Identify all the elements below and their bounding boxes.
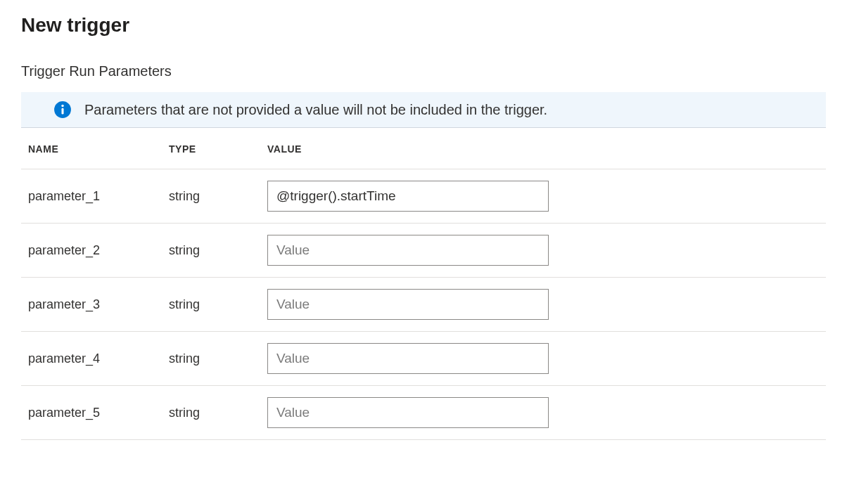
table-row: parameter_5string	[21, 386, 826, 440]
svg-rect-2	[61, 108, 63, 115]
param-value-input[interactable]	[267, 397, 549, 428]
param-value-input[interactable]	[267, 235, 549, 266]
param-name-cell: parameter_5	[21, 386, 162, 440]
param-name-cell: parameter_4	[21, 332, 162, 386]
table-header-row: NAME TYPE VALUE	[21, 128, 826, 169]
param-type-cell: string	[162, 332, 260, 386]
param-type-cell: string	[162, 169, 260, 224]
param-name-cell: parameter_1	[21, 169, 162, 224]
param-name-cell: parameter_2	[21, 224, 162, 278]
section-title: Trigger Run Parameters	[21, 63, 826, 79]
column-header-type: TYPE	[162, 128, 260, 169]
info-banner-text: Parameters that are not provided a value…	[84, 102, 547, 118]
svg-point-1	[61, 105, 63, 107]
param-value-cell	[260, 169, 826, 224]
param-value-input[interactable]	[267, 181, 549, 212]
table-row: parameter_1string	[21, 169, 826, 224]
param-value-cell	[260, 224, 826, 278]
param-type-cell: string	[162, 386, 260, 440]
param-name-cell: parameter_3	[21, 278, 162, 332]
param-value-input[interactable]	[267, 343, 549, 374]
column-header-value: VALUE	[260, 128, 826, 169]
table-row: parameter_3string	[21, 278, 826, 332]
info-banner: Parameters that are not provided a value…	[21, 92, 826, 128]
param-value-cell	[260, 278, 826, 332]
info-icon	[53, 101, 72, 119]
table-row: parameter_2string	[21, 224, 826, 278]
parameters-table: NAME TYPE VALUE parameter_1stringparamet…	[21, 128, 826, 440]
param-value-cell	[260, 332, 826, 386]
param-value-input[interactable]	[267, 289, 549, 320]
column-header-name: NAME	[21, 128, 162, 169]
table-row: parameter_4string	[21, 332, 826, 386]
page-title: New trigger	[21, 14, 826, 37]
param-type-cell: string	[162, 224, 260, 278]
param-type-cell: string	[162, 278, 260, 332]
param-value-cell	[260, 386, 826, 440]
